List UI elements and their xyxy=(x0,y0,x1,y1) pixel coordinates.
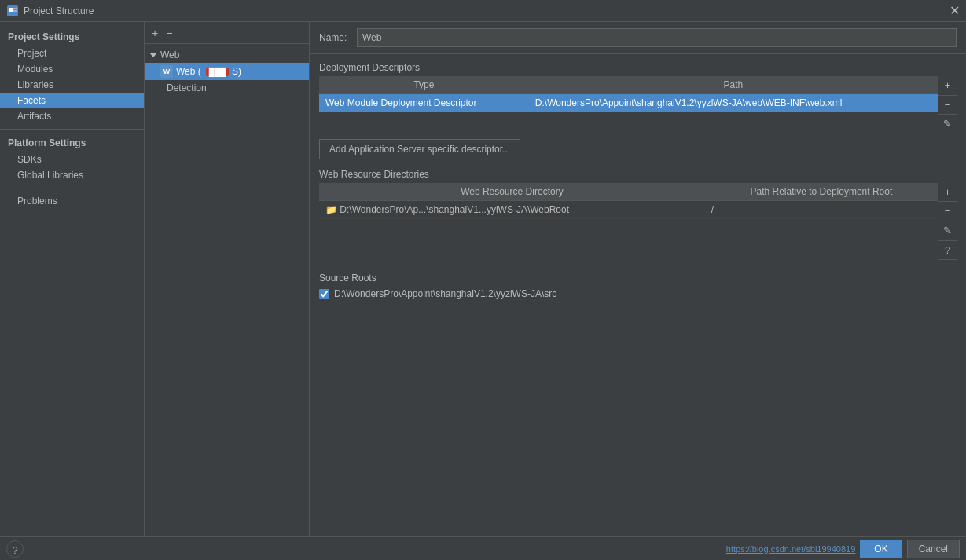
source-root-path: D:\WondersPro\Appoint\shanghaiV1.2\yyzlW… xyxy=(334,288,556,299)
url-hint[interactable]: https://blog.csdn.net/sbl19940819 xyxy=(726,544,856,554)
deployment-type-cell: Web Module Deployment Descriptor xyxy=(319,94,529,112)
resource-dir-cell: 📁 D:\WondersPro\Ap...\shanghaiV1...yylWS… xyxy=(319,200,705,218)
sidebar-divider xyxy=(0,129,144,130)
help-button[interactable]: ? xyxy=(6,540,24,558)
app-icon xyxy=(6,5,19,17)
web-resource-dirs-title: Web Resource Directories xyxy=(319,169,957,180)
source-root-row: D:\WondersPro\Appoint\shanghaiV1.2\yyzlW… xyxy=(319,287,957,301)
edit-resource-dir-button[interactable]: ✎ xyxy=(938,221,957,241)
svg-rect-1 xyxy=(9,8,13,12)
sidebar-item-problems[interactable]: Problems xyxy=(0,193,144,209)
right-panel: Name: Deployment Descriptors Type Path xyxy=(310,22,966,560)
help-resource-dir-button[interactable]: ? xyxy=(938,241,957,261)
col-path-relative: Path Relative to Deployment Root xyxy=(705,183,938,201)
table-row[interactable]: 📁 D:\WondersPro\Ap...\shanghaiV1...yylWS… xyxy=(319,200,938,218)
sidebar-item-modules[interactable]: Modules xyxy=(0,61,144,77)
deployment-descriptors-title: Deployment Descriptors xyxy=(319,62,957,73)
remove-facet-button[interactable]: − xyxy=(163,27,174,38)
facet-tree: Web W Web ( ███ S) Detection xyxy=(145,44,309,99)
right-content: Deployment Descriptors Type Path xyxy=(310,54,966,560)
svg-rect-3 xyxy=(13,10,17,12)
add-facet-button[interactable]: + xyxy=(149,27,160,38)
sidebar: Project Settings Project Modules Librari… xyxy=(0,22,145,560)
deployment-side-buttons: + − ✎ xyxy=(938,76,957,134)
middle-panel: + − Web W Web ( ███ S) Detection xyxy=(145,22,310,560)
sidebar-divider-2 xyxy=(0,188,144,188)
folder-icon: 📁 xyxy=(325,204,337,215)
col-path: Path xyxy=(529,76,938,94)
sidebar-item-artifacts[interactable]: Artifacts xyxy=(0,108,144,124)
resource-side-buttons: + − ✎ ? xyxy=(938,183,957,260)
deployment-table: Type Path Web Module Deployment Descript… xyxy=(319,76,938,112)
add-deployment-button[interactable]: + xyxy=(938,76,957,96)
bottom-bar: ? https://blog.csdn.net/sbl19940819 OK C… xyxy=(0,536,966,560)
source-root-checkbox[interactable] xyxy=(319,289,329,299)
name-field-label: Name: xyxy=(319,32,351,43)
web-resource-dirs-section: Web Resource Directories Web Resource Di… xyxy=(319,169,957,260)
col-type: Type xyxy=(319,76,529,94)
sidebar-item-sdks[interactable]: SDKs xyxy=(0,152,144,167)
tree-child-detection[interactable]: Detection xyxy=(145,80,309,96)
platform-settings-label: Platform Settings xyxy=(0,134,144,152)
middle-toolbar: + − xyxy=(145,22,309,44)
project-settings-label: Project Settings xyxy=(0,28,144,46)
edit-deployment-button[interactable]: ✎ xyxy=(938,115,957,134)
remove-resource-dir-button[interactable]: − xyxy=(938,202,957,221)
add-descriptor-button[interactable]: Add Application Server specific descript… xyxy=(319,139,520,159)
window-title: Project Structure xyxy=(24,5,94,16)
deployment-descriptors-section: Deployment Descriptors Type Path xyxy=(319,62,957,159)
sidebar-item-global-libraries[interactable]: Global Libraries xyxy=(0,167,144,183)
svg-rect-2 xyxy=(13,8,17,9)
remove-deployment-button[interactable]: − xyxy=(938,96,957,115)
close-button[interactable]: ✕ xyxy=(949,5,960,17)
chevron-down-icon xyxy=(149,53,157,57)
sidebar-item-project[interactable]: Project xyxy=(0,46,144,61)
add-resource-dir-button[interactable]: + xyxy=(938,183,957,203)
name-row: Name: xyxy=(310,22,966,54)
name-input[interactable] xyxy=(357,28,957,47)
tree-parent-web[interactable]: Web xyxy=(145,47,309,63)
web-icon: W xyxy=(160,65,173,78)
title-bar: Project Structure ✕ xyxy=(0,0,966,22)
resource-dir-table: Web Resource Directory Path Relative to … xyxy=(319,183,938,219)
source-roots-section: Source Roots D:\WondersPro\Appoint\shang… xyxy=(319,273,957,301)
source-roots-title: Source Roots xyxy=(319,273,957,284)
cancel-button[interactable]: Cancel xyxy=(907,540,960,558)
sidebar-item-facets[interactable]: Facets xyxy=(0,93,144,108)
deployment-path-cell: D:\WondersPro\Appoint\shanghaiV1.2\yyzlW… xyxy=(529,94,938,112)
redacted-badge: ███ xyxy=(206,68,229,76)
table-row[interactable]: Web Module Deployment Descriptor D:\Wond… xyxy=(319,94,938,112)
col-resource-dir: Web Resource Directory xyxy=(319,183,705,201)
path-relative-cell: / xyxy=(705,200,938,218)
tree-child-web-item[interactable]: W Web ( ███ S) xyxy=(145,63,309,80)
sidebar-item-libraries[interactable]: Libraries xyxy=(0,77,144,93)
ok-button[interactable]: OK xyxy=(860,540,902,558)
